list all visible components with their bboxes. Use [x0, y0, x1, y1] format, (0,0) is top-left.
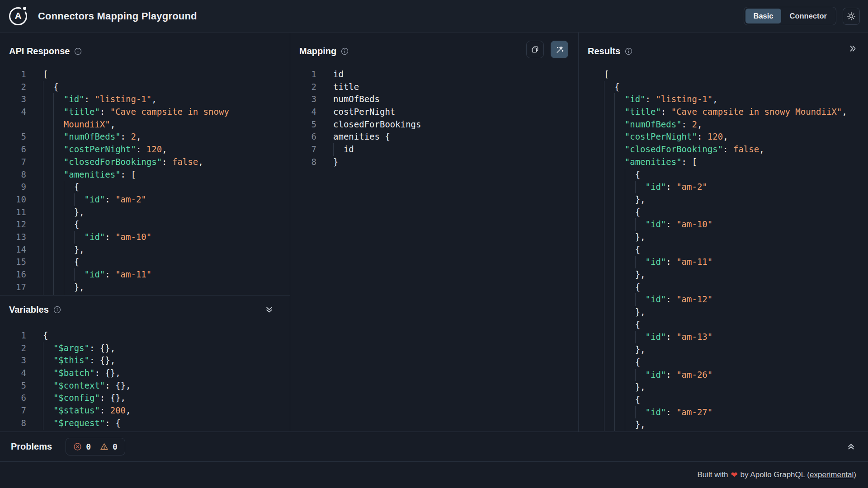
problems-bar: Problems 0 0	[0, 432, 868, 461]
indent-guide	[604, 231, 635, 244]
code-line: 4"$batch": {},	[0, 367, 290, 380]
warning-count: 0	[113, 442, 118, 451]
code-line: 7"$status": 200,	[0, 404, 290, 417]
indent-guide	[604, 256, 646, 268]
code-line: 7id	[290, 143, 578, 156]
code-text: {	[635, 394, 640, 406]
info-icon[interactable]	[74, 47, 82, 55]
code-line: {	[604, 244, 868, 256]
code-line: 9{	[0, 181, 290, 193]
code-line: },	[604, 381, 868, 394]
indent-guide	[43, 281, 74, 294]
indent-guide	[43, 392, 53, 404]
theme-toggle-button[interactable]	[843, 8, 860, 25]
indent-guide	[43, 169, 64, 181]
problems-summary[interactable]: 0 0	[66, 438, 125, 455]
code-text: "amenities": [	[625, 156, 697, 169]
results-collapse-button[interactable]	[849, 44, 857, 53]
code-text: [	[604, 68, 609, 81]
footer-text-prefix: Built with	[697, 470, 728, 479]
code-text: },	[635, 193, 646, 206]
code-text: "numOfBeds": 2,	[625, 118, 703, 131]
code-line: 2{	[0, 81, 290, 94]
code-text: },	[74, 281, 85, 294]
code-line: "title": "Cave campsite in snowy Moundii…	[604, 106, 868, 118]
code-text: "$args": {},	[53, 342, 115, 355]
code-text: [	[43, 68, 48, 81]
code-line: 6amenities {	[290, 131, 578, 143]
info-icon[interactable]	[625, 47, 632, 55]
code-text: "numOfBeds": 2,	[64, 131, 142, 143]
indent-guide	[43, 354, 53, 367]
code-line: {	[604, 206, 868, 219]
code-text: numOfBeds	[333, 93, 380, 106]
line-number: 17	[0, 281, 26, 294]
code-text: "id": "am-2"	[646, 181, 708, 193]
code-line: 5"numOfBeds": 2,	[0, 131, 290, 143]
code-line: 6"costPerNight": 120,	[0, 143, 290, 156]
indent-guide	[43, 118, 64, 131]
code-line: },	[604, 193, 868, 206]
indent-guide	[604, 319, 635, 331]
indent-guide	[43, 256, 74, 268]
indent-guide	[43, 417, 53, 430]
code-text: {	[53, 81, 58, 94]
line-number: 16	[0, 268, 26, 281]
indent-guide	[604, 106, 625, 118]
indent-guide	[604, 306, 635, 319]
line-number: 7	[0, 156, 26, 169]
code-text: {	[614, 81, 619, 94]
api-response-header: API Response	[0, 33, 290, 56]
indent-guide	[604, 381, 635, 394]
copy-mapping-button[interactable]	[526, 41, 544, 58]
info-icon[interactable]	[341, 47, 349, 55]
generate-mapping-button[interactable]	[551, 41, 568, 58]
code-text: "$this": {},	[53, 354, 115, 367]
indent-guide	[333, 143, 344, 156]
problems-expand-button[interactable]	[847, 442, 855, 451]
indent-guide	[604, 343, 635, 356]
error-icon	[73, 442, 82, 451]
code-text: amenities {	[333, 131, 390, 143]
line-number: 5	[0, 380, 26, 392]
code-text: title	[333, 81, 359, 94]
info-icon[interactable]	[53, 306, 61, 314]
code-line: "id": "am-27"	[604, 406, 868, 419]
line-number: 11	[0, 206, 26, 219]
code-text: "closedForBookings": false,	[64, 156, 203, 169]
indent-guide	[604, 369, 646, 381]
code-text: "id": "am-12"	[646, 293, 713, 306]
code-line: 5"$context": {},	[0, 380, 290, 392]
code-text: },	[635, 268, 646, 281]
code-text: "$batch": {},	[53, 367, 121, 380]
variables-editor[interactable]: 1{2"$args": {},3"$this": {},4"$batch": {…	[0, 329, 290, 430]
code-text: },	[635, 343, 646, 356]
variables-collapse-button[interactable]	[265, 305, 274, 314]
indent-guide	[604, 268, 635, 281]
double-chevron-down-icon	[265, 305, 274, 314]
code-line: 2title	[290, 81, 578, 94]
results-viewer[interactable]: [{"id": "listing-1","title": "Cave camps…	[579, 68, 868, 431]
code-text: "closedForBookings": false,	[625, 143, 764, 156]
line-number: 2	[0, 81, 26, 94]
indent-guide	[43, 81, 53, 94]
mode-button-basic[interactable]: Basic	[745, 9, 781, 23]
heart-icon: ❤	[731, 470, 738, 480]
code-line: 1{	[0, 329, 290, 342]
code-line: 4costPerNight	[290, 106, 578, 118]
code-line: "closedForBookings": false,	[604, 143, 868, 156]
indent-guide	[604, 181, 646, 193]
mapping-editor[interactable]: 1id2title3numOfBeds4costPerNight5closedF…	[290, 68, 578, 169]
experimental-link[interactable]: experimental	[810, 470, 854, 479]
mode-button-connector[interactable]: Connector	[782, 9, 835, 23]
indent-guide	[604, 331, 646, 343]
mapping-panel: Mapping	[290, 33, 578, 432]
line-number: 3	[290, 93, 316, 106]
indent-guide	[43, 380, 53, 392]
code-text: {	[635, 281, 640, 294]
api-response-editor[interactable]: 1[2{3"id": "listing-1",4"title": "Cave c…	[0, 68, 290, 295]
code-line: 1id	[290, 68, 578, 81]
copy-icon	[531, 45, 539, 54]
code-text: "id": "am-13"	[646, 331, 713, 343]
line-number: 18	[0, 293, 26, 295]
